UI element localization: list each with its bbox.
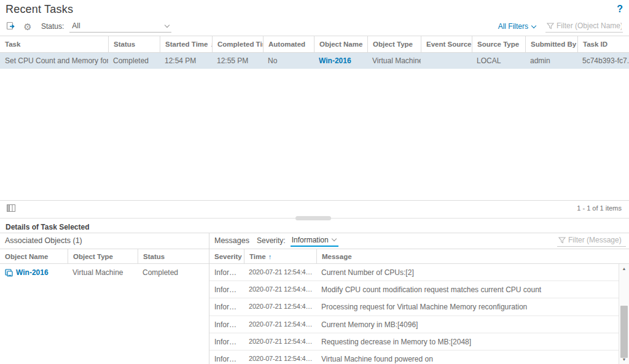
cell-message: Current Memory in MB:[4096] xyxy=(316,316,629,333)
col-assoc-object-type[interactable]: Object Type xyxy=(68,249,138,263)
col-automated[interactable]: Automated xyxy=(263,36,314,52)
cell-time: 2020-07-21 12:54:47... xyxy=(244,316,316,333)
message-row: Information 2020-07-21 12:54:47... Modif… xyxy=(209,281,629,298)
task-row-selected[interactable]: Set CPU Count and Memory for... Complete… xyxy=(0,53,629,69)
message-filter-input[interactable] xyxy=(568,236,625,244)
cell-task: Set CPU Count and Memory for... xyxy=(0,53,108,69)
cell-severity: Information xyxy=(209,350,244,364)
severity-label: Severity: xyxy=(257,236,286,245)
col-task-id[interactable]: Task ID xyxy=(577,36,629,52)
all-filters-link[interactable]: All Filters xyxy=(498,22,537,31)
cell-automated: No xyxy=(263,53,314,69)
cell-severity: Information xyxy=(209,316,244,333)
cell-message: Virtual Machine found powered on xyxy=(316,350,629,364)
cell-severity: Information xyxy=(209,333,244,350)
cell-started-time: 12:54 PM xyxy=(160,53,212,69)
col-source-type[interactable]: Source Type xyxy=(472,36,525,52)
message-row: Information 2020-07-21 12:54:47... Proce… xyxy=(209,298,629,316)
tasks-table-empty-area xyxy=(0,69,629,200)
funnel-icon xyxy=(558,237,566,244)
cell-object-type: Virtual Machine xyxy=(367,53,421,69)
assoc-object-name-link[interactable]: Win-2016 xyxy=(16,268,49,277)
scrollbar-track[interactable] xyxy=(619,274,629,355)
associated-object-row[interactable]: Win-2016 Virtual Machine Completed xyxy=(0,264,209,281)
toolbar-right: All Filters xyxy=(498,20,623,33)
object-name-filter-input[interactable] xyxy=(557,21,622,30)
message-row: Information 2020-07-21 12:54:47... Virtu… xyxy=(209,350,629,364)
cell-message: Processing request for Virtual Machine M… xyxy=(316,298,629,315)
col-event-source[interactable]: Event Source xyxy=(421,36,472,52)
chevron-down-icon xyxy=(331,236,336,241)
col-severity[interactable]: Severity xyxy=(209,249,244,263)
page-title: Recent Tasks xyxy=(6,3,73,16)
splitter-handle[interactable] xyxy=(295,216,331,220)
details-body: Associated Objects (1) Object Name Objec… xyxy=(0,233,629,364)
gear-icon[interactable]: ⚙ xyxy=(22,21,33,32)
cell-severity: Information xyxy=(209,298,244,315)
cell-message: Requesting decrease in Memory to MB:[204… xyxy=(316,333,629,350)
toolbar-left: ⚙ Status: All xyxy=(6,20,171,33)
object-name-filter xyxy=(545,20,623,33)
col-completed-time[interactable]: Completed Time xyxy=(212,36,263,52)
recent-tasks-pane: Recent Tasks ? ⚙ Status: All All Filters xyxy=(0,0,629,364)
scroll-up-icon[interactable]: ▲ xyxy=(619,264,629,274)
message-row: Information 2020-07-21 12:54:47... Reque… xyxy=(209,333,629,350)
toolbar: ⚙ Status: All All Filters xyxy=(0,17,629,36)
messages-panel: Messages Severity: Information Severity … xyxy=(209,233,629,364)
col-message[interactable]: Message xyxy=(316,249,629,263)
export-icon[interactable] xyxy=(6,21,17,32)
messages-table-header: Severity Time↑ Message xyxy=(209,249,629,264)
help-icon[interactable]: ? xyxy=(617,4,623,15)
titlebar: Recent Tasks ? xyxy=(0,0,629,17)
funnel-icon xyxy=(547,23,554,29)
severity-value: Information xyxy=(292,236,329,244)
col-status[interactable]: Status xyxy=(108,36,160,52)
chevron-down-icon xyxy=(531,23,536,28)
col-started-time[interactable]: Started Time↓ xyxy=(160,36,212,52)
col-assoc-object-name[interactable]: Object Name xyxy=(0,249,68,263)
message-filter xyxy=(557,234,626,247)
severity-dropdown[interactable]: Information xyxy=(291,235,338,247)
cell-status: Completed xyxy=(108,53,160,69)
col-assoc-status[interactable]: Status xyxy=(138,249,209,263)
panel-splitter xyxy=(0,215,629,222)
cell-source-type: LOCAL xyxy=(472,53,525,69)
details-title: Details of Task Selected xyxy=(0,222,629,233)
object-name-link[interactable]: Win-2016 xyxy=(319,56,351,65)
cell-submitted-by: admin xyxy=(525,53,577,69)
cell-severity: Information xyxy=(209,281,244,298)
col-submitted-by[interactable]: Submitted By xyxy=(525,36,577,52)
cell-time: 2020-07-21 12:54:47... xyxy=(244,298,316,315)
col-time[interactable]: Time↑ xyxy=(244,249,316,263)
tasks-table-footer: 1 - 1 of 1 items xyxy=(0,200,629,215)
cell-time: 2020-07-21 12:54:47... xyxy=(244,264,316,281)
cell-time: 2020-07-21 12:54:47... xyxy=(244,333,316,350)
chevron-down-icon xyxy=(165,22,170,27)
associated-objects-table-header: Object Name Object Type Status xyxy=(0,249,209,264)
messages-list: Information 2020-07-21 12:54:47... Curre… xyxy=(209,264,629,364)
message-row: Information 2020-07-21 12:54:47... Curre… xyxy=(209,316,629,333)
cell-assoc-status: Completed xyxy=(138,264,209,281)
pagination-text: 1 - 1 of 1 items xyxy=(577,204,622,212)
messages-scrollbar[interactable]: ▲ ▼ xyxy=(619,264,629,364)
cell-severity: Information xyxy=(209,264,244,281)
cell-message: Modify CPU count modification request ma… xyxy=(316,281,629,298)
cell-time: 2020-07-21 12:54:47... xyxy=(244,350,316,364)
messages-header: Messages Severity: Information xyxy=(209,233,629,249)
col-object-name[interactable]: Object Name xyxy=(314,36,367,52)
cell-event-source xyxy=(421,53,472,69)
col-object-type[interactable]: Object Type xyxy=(367,36,421,52)
messages-title: Messages xyxy=(214,236,249,245)
cell-message: Current Number of CPUs:[2] xyxy=(316,264,629,281)
scrollbar-thumb[interactable] xyxy=(620,306,628,358)
status-dropdown[interactable]: All xyxy=(69,20,171,33)
associated-objects-title: Associated Objects (1) xyxy=(5,236,82,245)
cell-time: 2020-07-21 12:54:47... xyxy=(244,281,316,298)
tasks-table-header: Task Status Started Time↓ Completed Time… xyxy=(0,36,629,53)
cell-assoc-object-type: Virtual Machine xyxy=(68,264,138,281)
col-task[interactable]: Task xyxy=(0,36,108,52)
message-row: Information 2020-07-21 12:54:47... Curre… xyxy=(209,264,629,281)
status-label: Status: xyxy=(41,22,64,31)
column-settings-icon[interactable] xyxy=(6,203,17,214)
associated-objects-header: Associated Objects (1) xyxy=(0,233,209,249)
